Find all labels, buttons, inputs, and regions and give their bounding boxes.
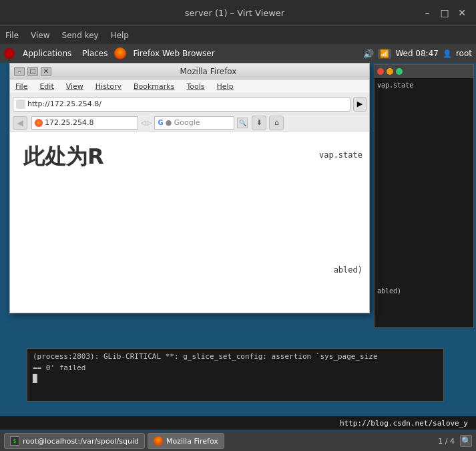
vm-desktop: Applications Places Firefox Web Browser … (0, 44, 476, 451)
terminal-line-1: vap.state (377, 81, 471, 90)
ff-address-bar[interactable]: 172.25.254.8 (31, 116, 138, 130)
taskbar-terminal-icon: $ (10, 436, 19, 446)
term-max-btn[interactable] (396, 68, 403, 75)
ff-google-icon: G (158, 119, 163, 126)
gnome-applications[interactable]: Applications (19, 47, 75, 59)
ff-search-label: ● Google (166, 118, 200, 127)
statusbar: http://blog.csdn.net/salove_y (0, 416, 476, 430)
terminal-line-17 (377, 231, 471, 240)
terminal-line-20 (377, 259, 471, 268)
ff-menu-edit[interactable]: Edit (37, 81, 56, 92)
ff-search-bar[interactable]: G ● Google (154, 116, 234, 130)
ff-url-text: http://172.25.254.8/ (27, 100, 101, 108)
terminal-line-9 (377, 156, 471, 165)
ff-menu-help[interactable]: Help (214, 81, 236, 92)
taskbar: $ root@localhost:/var/spool/squid Mozill… (0, 431, 476, 451)
ff-url-bar[interactable]: http://172.25.254.8/ (13, 97, 350, 112)
terminal-line-4 (377, 109, 471, 118)
terminal-line-2 (377, 90, 471, 100)
term-close-btn[interactable] (377, 68, 384, 75)
terminal-line-12 (377, 184, 471, 193)
gnome-firefox-icon (114, 47, 126, 59)
ff-close-btn[interactable]: ✕ (41, 67, 51, 76)
terminal-line-6 (377, 128, 471, 137)
terminal-line-15 (377, 212, 471, 221)
gnome-panel: Applications Places Firefox Web Browser … (0, 44, 476, 63)
gnome-places[interactable]: Places (78, 47, 111, 59)
ff-nav-arrows: ◁ ▷ (141, 119, 152, 126)
ff-addr-favicon (35, 119, 43, 127)
close-button[interactable]: ✕ (456, 7, 468, 18)
taskbar-terminal[interactable]: $ root@localhost:/var/spool/squid (4, 433, 145, 449)
user-icon: 👤 (443, 49, 452, 58)
firefox-title: Mozilla Firefox (51, 67, 365, 76)
ff-menu-file[interactable]: File (13, 81, 30, 92)
taskbar-firefox-label: Mozilla Firefox (166, 437, 218, 446)
ff-search-submit[interactable]: 🔍 (237, 118, 248, 128)
ff-right-text: vap.state (319, 150, 363, 160)
terminal-line-21 (377, 268, 471, 277)
taskbar-right: 1 / 4 🔍 (438, 435, 472, 447)
terminal-window-background: vap.state abled) (374, 64, 474, 328)
firefox-toolbar: http://172.25.254.8/ ▶ (10, 94, 369, 114)
ff-url-favicon (16, 100, 25, 109)
gnome-panel-right: 🔊 📶 Wed 08:47 👤 root (363, 49, 472, 59)
firefox-titlebar: – □ ✕ Mozilla Firefox (10, 63, 369, 80)
ff-go-btn[interactable]: ▶ (353, 97, 367, 112)
terminal-line-5 (377, 118, 471, 128)
redhat-icon (4, 48, 15, 59)
terminal-bottom-line1: (process:2803): GLib-CRITICAL **: g_slic… (33, 351, 438, 363)
terminal-line-11 (377, 174, 471, 184)
taskbar-zoom-btn[interactable]: 🔍 (460, 435, 472, 447)
menu-help[interactable]: Help (111, 31, 129, 40)
menu-view[interactable]: View (31, 31, 49, 40)
ff-home-btn[interactable]: ⌂ (269, 116, 284, 130)
terminal-line-22 (377, 277, 471, 287)
window-controls: – □ ✕ (421, 7, 468, 18)
ff-chinese-text: 此处为R (23, 144, 104, 169)
terminal-line-3 (377, 100, 471, 109)
title-bar: server (1) – Virt Viewer – □ ✕ (0, 0, 476, 25)
ff-right-text2: abled) (334, 265, 363, 275)
ff-max-btn[interactable]: □ (27, 67, 38, 76)
terminal-bottom-line2: == 0' failed (33, 363, 438, 374)
gnome-firefox-label[interactable]: Firefox Web Browser (129, 47, 218, 59)
taskbar-terminal-label: root@localhost:/var/spool/squid (23, 437, 139, 446)
terminal-line-23: abled) (377, 287, 471, 296)
ff-download-btn[interactable]: ⬇ (252, 116, 266, 130)
terminal-line-13 (377, 193, 471, 202)
terminal-bottom-cursor: █ (33, 373, 438, 385)
app-menu-bar: File View Send key Help (0, 25, 476, 44)
terminal-line-19 (377, 249, 471, 259)
sound-icon: 🔊 (363, 49, 374, 59)
ff-arrow-left[interactable]: ◁ (141, 119, 146, 126)
minimize-button[interactable]: – (421, 7, 433, 18)
terminal-bottom: (process:2803): GLib-CRITICAL **: g_slic… (27, 348, 444, 402)
ff-min-btn[interactable]: – (14, 67, 25, 76)
taskbar-firefox[interactable]: Mozilla Firefox (148, 433, 224, 449)
statusbar-url: http://blog.csdn.net/salove_y (340, 419, 468, 428)
firefox-win-btns: – □ ✕ (14, 67, 51, 76)
ff-menu-history[interactable]: History (93, 81, 124, 92)
terminal-line-10 (377, 165, 471, 174)
network-icon: 📶 (378, 49, 391, 59)
window-title: server (1) – Virt Viewer (48, 8, 421, 18)
ff-arrow-right[interactable]: ▷ (147, 119, 152, 126)
maximize-button[interactable]: □ (439, 7, 451, 18)
menu-file[interactable]: File (5, 31, 19, 40)
zoom-icon: 🔍 (461, 436, 471, 446)
terminal-line-7 (377, 137, 471, 146)
ff-content-area: 此处为R vap.state abled) (10, 132, 369, 313)
ff-menu-view[interactable]: View (63, 81, 86, 92)
term-min-btn[interactable] (387, 68, 393, 75)
ff-back-btn[interactable]: ◀ (13, 116, 27, 130)
taskbar-page-info: 1 / 4 (438, 437, 455, 446)
ff-menu-bookmarks[interactable]: Bookmarks (131, 81, 177, 92)
menu-sendkey[interactable]: Send key (62, 31, 99, 40)
firefox-navrow: ◀ 172.25.254.8 ◁ ▷ G ● Google 🔍 ⬇ ⌂ (10, 114, 369, 132)
taskbar-firefox-icon (154, 436, 163, 446)
gnome-user: root (456, 49, 472, 58)
gnome-panel-left: Applications Places Firefox Web Browser (4, 47, 219, 59)
ff-menu-tools[interactable]: Tools (184, 81, 207, 92)
ff-addr-text: 172.25.254.8 (45, 118, 93, 127)
